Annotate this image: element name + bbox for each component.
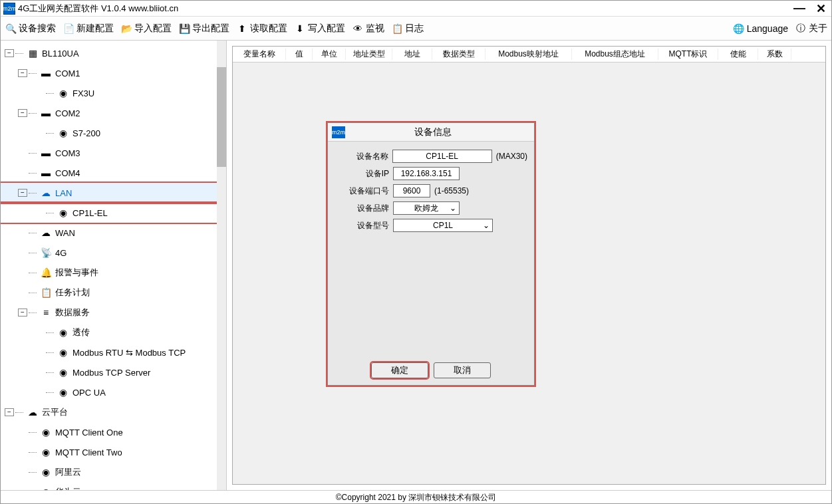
app-title: 4G工业网关配置软件 V1.0.4 www.bliiot.cn <box>18 3 791 15</box>
tree-aliyun[interactable]: ◉阿里云 <box>1 462 226 482</box>
col-addrtype[interactable]: 地址类型 <box>346 49 392 60</box>
port-icon: ▬ <box>39 148 53 158</box>
cloud-icon: ☁ <box>26 407 39 418</box>
statusbar: ©Copyright 2021 by 深圳市钡铼技术有限公司 <box>1 490 831 503</box>
device-icon: ◉ <box>57 347 70 358</box>
lan-icon: ☁ <box>39 188 53 198</box>
antenna-icon: 📡 <box>39 247 53 258</box>
tree-opcua[interactable]: ◉OPC UA <box>1 382 226 402</box>
tree-com1[interactable]: −▬COM1 <box>1 63 226 83</box>
tree-wan[interactable]: ☁WAN <box>1 223 226 243</box>
search-icon: 🔍 <box>5 23 17 35</box>
tree-root[interactable]: −▦BL110UA <box>1 43 226 63</box>
clipboard-icon: 📋 <box>39 287 53 298</box>
port-icon: ▬ <box>39 108 53 118</box>
tree-s7200[interactable]: ◉S7-200 <box>1 123 226 143</box>
wan-icon: ☁ <box>39 227 53 238</box>
tree-task[interactable]: 📋任务计划 <box>1 283 226 303</box>
log-button[interactable]: 📋日志 <box>391 23 424 35</box>
monitor-icon: 👁 <box>352 23 364 35</box>
toolbar: 🔍设备搜索 📄新建配置 📂导入配置 💾导出配置 ⬆读取配置 ⬇写入配置 👁监视 … <box>1 17 831 41</box>
close-button[interactable]: ✕ <box>813 1 829 16</box>
language-icon: 🌐 <box>733 23 745 35</box>
col-addr[interactable]: 地址 <box>392 49 432 60</box>
info-icon: ⓘ <box>795 23 807 35</box>
bell-icon: 🔔 <box>39 267 53 278</box>
new-icon: 📄 <box>63 23 74 35</box>
device-icon: ◉ <box>57 207 70 218</box>
col-coef[interactable]: 系数 <box>758 49 791 60</box>
device-icon: ◉ <box>57 128 70 138</box>
col-modbusgrp[interactable]: Modbus组态地址 <box>572 49 658 60</box>
device-name-hint: (MAX30) <box>496 152 527 161</box>
col-datatype[interactable]: 数据类型 <box>432 49 485 60</box>
import-config-button[interactable]: 📂导入配置 <box>120 23 172 35</box>
monitor-button[interactable]: 👁监视 <box>352 23 384 35</box>
tree-mqtt2[interactable]: ◉MQTT Client Two <box>1 442 226 462</box>
device-icon: ◉ <box>39 427 53 438</box>
database-icon: ≡ <box>39 307 53 318</box>
dialog-title-text: 设备信息 <box>349 126 530 138</box>
port-icon: ▬ <box>39 168 53 178</box>
tree-alarm[interactable]: 🔔报警与事件 <box>1 263 226 283</box>
download-icon: ⬇ <box>294 23 306 35</box>
about-button[interactable]: ⓘ关于 <box>795 23 827 35</box>
variable-table-header: 变量名称 值 单位 地址类型 地址 数据类型 Modbus映射地址 Modbus… <box>233 47 825 63</box>
col-varname[interactable]: 变量名称 <box>233 49 286 60</box>
app-icon: m2m <box>3 3 15 15</box>
ok-button[interactable]: 确定 <box>371 362 428 378</box>
tree-com3[interactable]: ▬COM3 <box>1 143 226 163</box>
tree-lan[interactable]: −☁LAN <box>1 183 226 203</box>
tree-mqtt1[interactable]: ◉MQTT Client One <box>1 422 226 442</box>
tree-com2[interactable]: −▬COM2 <box>1 103 226 123</box>
log-icon: 📋 <box>391 23 403 35</box>
titlebar: m2m 4G工业网关配置软件 V1.0.4 www.bliiot.cn — ✕ <box>1 1 831 17</box>
save-icon: 💾 <box>178 23 190 35</box>
dialog-icon: m2m <box>332 126 345 138</box>
search-button[interactable]: 🔍设备搜索 <box>5 23 56 35</box>
tree-scrollbar[interactable] <box>217 41 226 490</box>
tree-fx3u[interactable]: ◉FX3U <box>1 83 226 103</box>
tree-cloud[interactable]: −☁云平台 <box>1 402 226 422</box>
device-ip-label: 设备IP <box>335 168 389 180</box>
tree-dataservice[interactable]: −≡数据服务 <box>1 303 226 322</box>
tree-com4[interactable]: ▬COM4 <box>1 163 226 183</box>
new-config-button[interactable]: 📄新建配置 <box>63 23 114 35</box>
device-icon: ◉ <box>39 467 53 477</box>
device-brand-select[interactable]: 欧姆龙 <box>393 201 460 215</box>
folder-open-icon: 📂 <box>120 23 132 35</box>
language-button[interactable]: 🌐Language <box>733 23 788 35</box>
write-config-button[interactable]: ⬇写入配置 <box>294 23 345 35</box>
cancel-button[interactable]: 取消 <box>434 362 491 378</box>
tree-modbus-tcp[interactable]: ◉Modbus TCP Server <box>1 362 226 382</box>
tree-passthrough[interactable]: ◉透传 <box>1 322 226 342</box>
device-icon: ◉ <box>57 88 70 98</box>
device-info-dialog: m2m 设备信息 设备名称 (MAX30) 设备IP <box>326 121 536 387</box>
device-model-label: 设备型号 <box>335 220 389 231</box>
device-ip-input[interactable] <box>393 167 460 180</box>
col-value[interactable]: 值 <box>286 49 313 60</box>
tree-cp1lel[interactable]: ◉CP1L-EL <box>1 203 226 223</box>
device-icon: ◉ <box>57 327 70 338</box>
device-brand-label: 设备品牌 <box>335 203 389 214</box>
device-model-select[interactable]: CP1L <box>393 219 493 232</box>
read-config-button[interactable]: ⬆读取配置 <box>236 23 287 35</box>
port-icon: ▬ <box>39 68 53 78</box>
col-modbusmap[interactable]: Modbus映射地址 <box>485 49 572 60</box>
device-icon: ◉ <box>57 387 70 398</box>
gateway-icon: ▦ <box>26 48 39 59</box>
tree-huawei[interactable]: ◉华为云 <box>1 482 226 490</box>
device-port-hint: (1-65535) <box>434 186 469 195</box>
device-name-input[interactable] <box>392 150 492 163</box>
device-icon: ◉ <box>57 367 70 378</box>
device-port-input[interactable] <box>393 184 430 197</box>
device-name-label: 设备名称 <box>335 151 388 162</box>
tree-modbus-rtu[interactable]: ◉Modbus RTU ⇆ Modbus TCP <box>1 342 226 362</box>
col-enable[interactable]: 使能 <box>718 49 758 60</box>
export-config-button[interactable]: 💾导出配置 <box>178 23 229 35</box>
upload-icon: ⬆ <box>236 23 248 35</box>
minimize-button[interactable]: — <box>791 1 808 16</box>
col-unit[interactable]: 单位 <box>313 49 346 60</box>
col-mqtt[interactable]: MQTT标识 <box>658 49 718 60</box>
tree-4g[interactable]: 📡4G <box>1 243 226 263</box>
